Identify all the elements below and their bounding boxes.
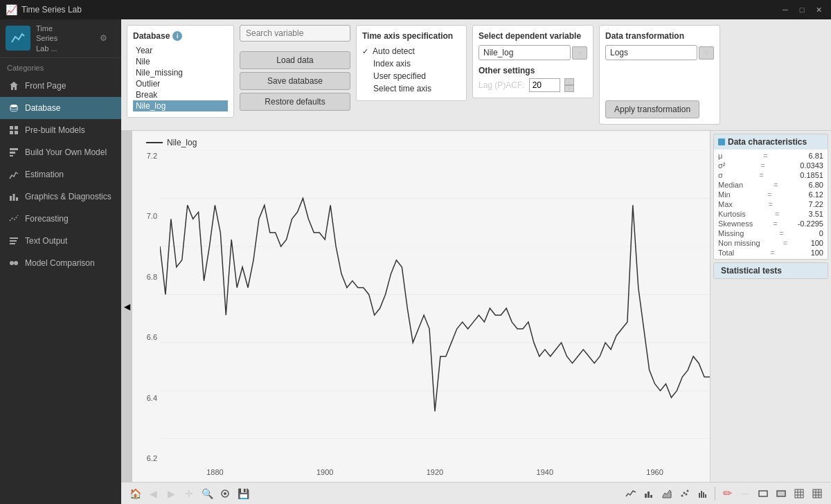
toolbar-grid1-button[interactable] [791, 485, 807, 502]
svg-point-15 [14, 261, 18, 265]
database-panel: Database i Year Nile Nile_missing Outlie… [127, 25, 234, 118]
sidebar-item-build-your-own-model[interactable]: Build Your Own Model [0, 141, 121, 163]
sidebar-item-estimation[interactable]: Estimation [0, 163, 121, 186]
toolbar-back-button[interactable]: ◀ [145, 485, 161, 502]
svg-point-28 [681, 494, 683, 496]
y-label-64: 6.4 [147, 394, 157, 402]
db-item-break[interactable]: Break [133, 89, 228, 100]
stat-name-non-missing: Non missing [718, 239, 760, 247]
time-select-time-axis[interactable]: Select time axis [362, 82, 461, 95]
toolbar-separator [715, 487, 715, 501]
lag-spin-up[interactable]: ▲ [564, 78, 574, 85]
db-item-nile-log[interactable]: Nile_log [133, 100, 228, 111]
y-label-70: 7.0 [147, 212, 157, 220]
time-user-specified[interactable]: User specified [362, 70, 461, 82]
y-axis: 7.2 7.0 6.8 6.6 6.4 6.2 [132, 131, 160, 462]
lag-spin-down[interactable]: ▼ [564, 85, 574, 92]
svg-rect-32 [699, 493, 700, 498]
search-input[interactable] [240, 25, 350, 42]
stat-val-median: 6.80 [809, 181, 823, 189]
apply-transformation-button[interactable]: Apply transformation [605, 100, 699, 118]
svg-rect-11 [10, 237, 18, 239]
stat-eq-mu: = [763, 152, 767, 160]
dependent-variable-select[interactable]: Nile_log [479, 45, 571, 60]
time-auto-detect[interactable]: ✓ Auto detect [362, 45, 461, 57]
toolbar-minus-button[interactable]: ─ [737, 485, 753, 502]
app-title: Time Series Lab [21, 5, 82, 15]
sidebar-item-model-comparison[interactable]: Model Comparison [0, 252, 121, 274]
toolbar-rect2-button[interactable] [773, 485, 789, 502]
chart-icon [8, 169, 19, 180]
stat-eq-missing: = [779, 229, 783, 237]
sidebar-label-forecasting: Forecasting [25, 214, 69, 224]
db-item-nile[interactable]: Nile [133, 56, 228, 67]
toolbar-forward-button[interactable]: ▶ [163, 485, 179, 502]
time-index-axis[interactable]: Index axis [362, 57, 461, 70]
bar-icon [8, 191, 19, 202]
sidebar-item-text-output[interactable]: Text Output [0, 230, 121, 252]
sidebar-label-database: Database [25, 103, 60, 113]
save-database-button[interactable]: Save database [240, 72, 350, 90]
svg-rect-36 [759, 491, 767, 496]
data-characteristics-header[interactable]: Data characteristics [714, 134, 828, 150]
toolbar-crosshair-button[interactable]: ✛ [181, 485, 197, 502]
load-data-button[interactable]: Load data [240, 51, 350, 69]
dependent-variable-title: Select dependent variable [479, 31, 587, 41]
gear-button[interactable]: ⚙ [100, 33, 107, 43]
toolbar-zoom-button[interactable]: 🔍 [199, 485, 215, 502]
maximize-button[interactable]: □ [795, 3, 809, 17]
sidebar-item-database[interactable]: Database [0, 97, 121, 119]
dependent-variable-arrow[interactable]: ▼ [572, 46, 587, 60]
toolbar-area-chart-button[interactable] [659, 485, 675, 502]
search-panel: Load data Save database Restore defaults [240, 25, 350, 111]
chart-svg [160, 150, 710, 439]
home-icon [8, 80, 19, 91]
y-label-72: 7.2 [147, 152, 157, 160]
toolbar-histogram-button[interactable] [695, 485, 711, 502]
auto-detect-label: Auto detect [373, 46, 415, 56]
db-item-nile-missing[interactable]: Nile_missing [133, 67, 228, 78]
other-settings: Other settings Lag (P)ACF: 20 ▲ ▼ [479, 66, 587, 92]
svg-rect-43 [813, 489, 821, 498]
toolbar-rect1-button[interactable] [755, 485, 771, 502]
dependent-variable-select-control: Nile_log ▼ [479, 45, 587, 60]
toolbar-home-button[interactable]: 🏠 [127, 485, 143, 502]
chart-area: ◀ Nile_log 7.2 7.0 6.8 6.6 6.4 6.2 [121, 131, 831, 482]
transformation-arrow[interactable]: ▼ [699, 46, 714, 60]
svg-point-29 [683, 492, 686, 494]
sidebar-item-forecasting[interactable]: Forecasting [0, 208, 121, 230]
stat-eq-skewness: = [773, 219, 777, 228]
toolbar-bar-chart-button[interactable] [641, 485, 657, 502]
svg-rect-10 [16, 197, 18, 201]
svg-rect-4 [15, 131, 18, 134]
transformation-select[interactable]: Logs [605, 45, 697, 60]
title-bar: 📈 Time Series Lab ─ □ ✕ [0, 0, 831, 19]
stat-val-missing: 0 [819, 229, 823, 237]
db-item-year[interactable]: Year [133, 45, 228, 56]
svg-rect-25 [645, 494, 647, 498]
svg-rect-26 [647, 492, 650, 498]
toolbar-settings-button[interactable] [217, 485, 233, 502]
sidebar-item-graphics-diagnostics[interactable]: Graphics & Diagnostics [0, 186, 121, 208]
stat-row-non-missing: Non missing = 100 [715, 238, 826, 248]
svg-rect-6 [10, 152, 15, 154]
toolbar-scatter-button[interactable] [677, 485, 693, 502]
data-chars-icon [718, 138, 725, 145]
expand-button[interactable]: ◀ [121, 131, 132, 482]
sidebar-item-front-page[interactable]: Front Page [0, 75, 121, 97]
toolbar-grid2-button[interactable] [809, 485, 825, 502]
svg-rect-35 [705, 494, 706, 498]
statistical-tests-header[interactable]: Statistical tests [714, 263, 828, 278]
text-icon [8, 235, 19, 246]
minimize-button[interactable]: ─ [778, 3, 792, 17]
db-item-outlier[interactable]: Outlier [133, 78, 228, 89]
stat-table: μ = 6.81 σ² = 0.0343 σ = 0.1851 [714, 150, 828, 259]
toolbar-line-chart-button[interactable] [623, 485, 639, 502]
toolbar-eraser-button[interactable]: ✏ [719, 485, 735, 502]
close-button[interactable]: ✕ [812, 3, 825, 17]
restore-defaults-button[interactable]: Restore defaults [240, 93, 350, 111]
database-info-icon[interactable]: i [172, 31, 182, 41]
lag-input[interactable]: 20 [529, 78, 560, 92]
toolbar-save-button[interactable]: 💾 [235, 485, 251, 502]
sidebar-item-pre-built-models[interactable]: Pre-built Models [0, 119, 121, 141]
